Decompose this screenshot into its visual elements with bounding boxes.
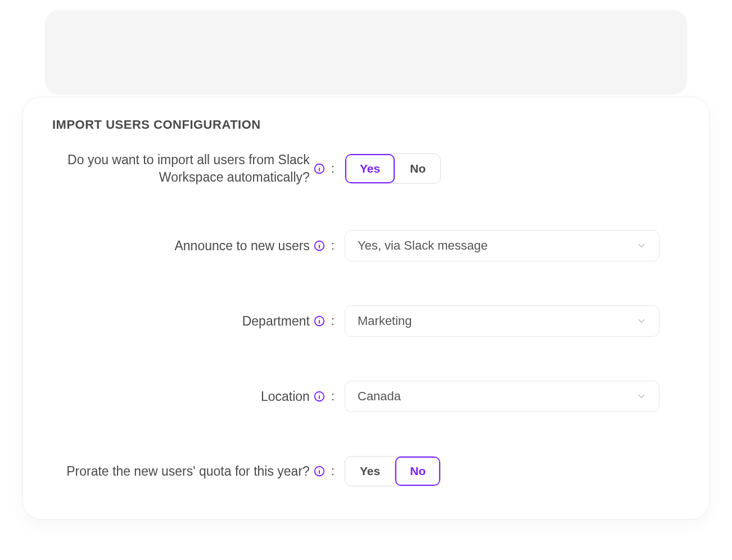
label-col: Prorate the new users' quota for this ye… bbox=[52, 463, 345, 480]
auto-import-yes-button[interactable]: Yes bbox=[345, 154, 395, 183]
location-select[interactable]: Canada bbox=[345, 381, 659, 412]
announce-value: Yes, via Slack message bbox=[358, 238, 488, 253]
row-prorate: Prorate the new users' quota for this ye… bbox=[52, 456, 680, 486]
control-col: Marketing bbox=[345, 305, 680, 337]
announce-select[interactable]: Yes, via Slack message bbox=[345, 230, 659, 261]
row-announce: Announce to new users : Yes, via Slack m… bbox=[52, 230, 680, 261]
row-auto-import: Do you want to import all users from Sla… bbox=[52, 151, 680, 186]
prorate-segmented: Yes No bbox=[345, 456, 441, 486]
colon: : bbox=[331, 314, 335, 328]
prorate-yes-button[interactable]: Yes bbox=[345, 457, 395, 486]
config-card: IMPORT USERS CONFIGURATION Do you want t… bbox=[22, 97, 710, 520]
label-col: Department : bbox=[52, 313, 345, 330]
colon: : bbox=[331, 161, 335, 176]
chevron-down-icon bbox=[636, 241, 647, 251]
control-col: Yes No bbox=[345, 153, 680, 184]
row-location: Location : Canada bbox=[52, 381, 680, 412]
label-col: Do you want to import all users from Sla… bbox=[52, 151, 345, 186]
label-col: Announce to new users : bbox=[52, 237, 345, 255]
control-col: Canada bbox=[345, 381, 680, 412]
colon: : bbox=[331, 389, 335, 404]
info-icon[interactable] bbox=[313, 315, 326, 327]
department-label: Department bbox=[242, 313, 310, 330]
card-title: IMPORT USERS CONFIGURATION bbox=[52, 118, 680, 132]
announce-label: Announce to new users bbox=[174, 237, 309, 255]
prorate-label: Prorate the new users' quota for this ye… bbox=[66, 463, 310, 480]
chevron-down-icon bbox=[636, 391, 647, 401]
location-value: Canada bbox=[358, 389, 401, 404]
colon: : bbox=[331, 238, 335, 253]
control-col: Yes, via Slack message bbox=[345, 230, 680, 261]
chevron-down-icon bbox=[636, 316, 647, 326]
svg-point-14 bbox=[319, 468, 319, 469]
background-card bbox=[45, 10, 687, 94]
info-icon[interactable] bbox=[313, 465, 326, 477]
auto-import-label: Do you want to import all users from Sla… bbox=[52, 151, 310, 186]
info-icon[interactable] bbox=[313, 390, 326, 403]
info-icon[interactable] bbox=[313, 240, 326, 252]
row-department: Department : Marketing bbox=[52, 305, 680, 337]
colon: : bbox=[331, 464, 335, 478]
svg-point-8 bbox=[319, 318, 319, 319]
department-select[interactable]: Marketing bbox=[345, 305, 659, 337]
svg-point-5 bbox=[319, 243, 319, 243]
svg-point-2 bbox=[319, 166, 319, 166]
control-col: Yes No bbox=[345, 456, 680, 486]
auto-import-segmented: Yes No bbox=[345, 153, 441, 184]
svg-point-11 bbox=[319, 394, 319, 394]
label-col: Location : bbox=[52, 388, 345, 405]
form-rows: Do you want to import all users from Sla… bbox=[52, 151, 680, 486]
department-value: Marketing bbox=[358, 314, 412, 328]
location-label: Location bbox=[261, 388, 310, 405]
prorate-no-button[interactable]: No bbox=[395, 457, 440, 486]
auto-import-no-button[interactable]: No bbox=[395, 154, 440, 183]
info-icon[interactable] bbox=[313, 162, 326, 175]
